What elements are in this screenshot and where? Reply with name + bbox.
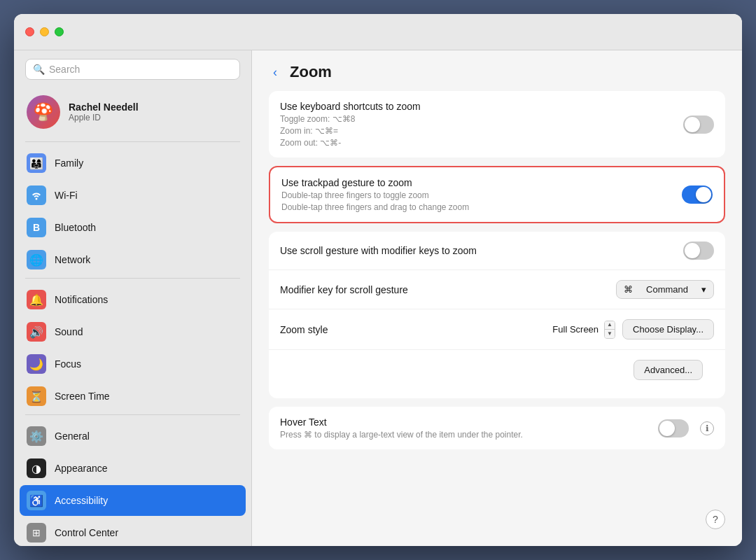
keyboard-shortcuts-label: Use keyboard shortcuts to zoom: [280, 101, 672, 112]
stepper-down-button[interactable]: ▼: [605, 330, 615, 338]
sidebar-item-wifi[interactable]: Wi-Fi: [20, 180, 246, 211]
sidebar-item-network[interactable]: 🌐 Network: [20, 244, 246, 275]
scroll-zoom-card: Use scroll gesture with modifier keys to…: [269, 232, 725, 398]
scroll-gesture-toggle[interactable]: [683, 241, 714, 260]
network-icon: 🌐: [27, 250, 46, 270]
modifier-key-info: Modifier key for scroll gesture: [280, 284, 605, 295]
zoom-style-stepper[interactable]: ▲ ▼: [604, 321, 615, 339]
trackpad-gesture-control: [682, 186, 713, 204]
sound-icon: 🔊: [27, 322, 46, 342]
general-icon: ⚙️: [27, 426, 46, 446]
zoom-style-label: Zoom style: [280, 324, 552, 335]
user-profile-item[interactable]: 🍄 Rachel Needell Apple ID: [20, 88, 246, 139]
main-panel: ‹ Zoom Use keyboard shortcuts to zoom To…: [252, 50, 742, 546]
back-button[interactable]: ‹: [269, 64, 281, 81]
sidebar-label-network: Network: [55, 254, 90, 265]
keyboard-shortcuts-control: [683, 115, 714, 134]
choose-display-button[interactable]: Choose Display...: [622, 319, 714, 340]
sidebar: 🔍 🍄 Rachel Needell Apple ID: [14, 50, 252, 546]
keyboard-shortcuts-sub1: Toggle zoom: ⌥⌘8: [280, 114, 672, 124]
keyboard-shortcuts-toggle[interactable]: [683, 115, 714, 134]
modifier-key-dropdown-icon: ⌘: [624, 284, 633, 295]
sidebar-label-bluetooth: Bluetooth: [55, 222, 96, 233]
user-name: Rachel Needell: [69, 102, 139, 113]
hover-text-row: Hover Text Press ⌘ to display a large-te…: [269, 407, 725, 449]
modifier-key-dropdown[interactable]: ⌘ Command ▾: [616, 280, 714, 299]
sidebar-item-focus[interactable]: 🌙 Focus: [20, 349, 246, 379]
scroll-gesture-info: Use scroll gesture with modifier keys to…: [280, 245, 672, 256]
trackpad-gesture-sub2: Double-tap three fingers and drag to cha…: [281, 202, 671, 212]
sidebar-item-accessibility[interactable]: ♿ Accessibility: [20, 485, 246, 516]
trackpad-gesture-toggle[interactable]: [682, 186, 713, 204]
sidebar-separator-3: [25, 414, 240, 415]
scroll-gesture-label: Use scroll gesture with modifier keys to…: [280, 245, 672, 256]
trackpad-gesture-sub1: Double-tap three fingers to toggle zoom: [281, 190, 671, 200]
appearance-icon: ◑: [27, 458, 46, 478]
maximize-button[interactable]: [55, 27, 64, 36]
panel-title: Zoom: [290, 63, 332, 81]
hover-text-toggle-knob: [659, 421, 675, 436]
user-subtitle: Apple ID: [69, 113, 139, 122]
sidebar-item-controlcenter[interactable]: ⊞ Control Center: [20, 517, 246, 546]
sidebar-label-sound: Sound: [55, 326, 83, 337]
accessibility-icon: ♿: [27, 491, 46, 510]
hover-text-card: Hover Text Press ⌘ to display a large-te…: [269, 407, 725, 449]
sidebar-item-family[interactable]: 👨‍👩‍👧 Family: [20, 148, 246, 178]
sidebar-label-controlcenter: Control Center: [55, 527, 118, 538]
sidebar-label-appearance: Appearance: [55, 463, 108, 474]
keyboard-shortcuts-card: Use keyboard shortcuts to zoom Toggle zo…: [269, 91, 725, 158]
sidebar-label-family: Family: [55, 158, 83, 169]
sidebar-item-appearance[interactable]: ◑ Appearance: [20, 453, 246, 484]
search-icon: 🔍: [33, 64, 45, 75]
sidebar-item-bluetooth[interactable]: B Bluetooth: [20, 212, 246, 243]
trackpad-gesture-info: Use trackpad gesture to zoom Double-tap …: [281, 177, 671, 212]
hover-text-control: ℹ: [658, 419, 714, 438]
keyboard-shortcuts-info: Use keyboard shortcuts to zoom Toggle zo…: [280, 101, 672, 148]
sidebar-item-screentime[interactable]: ⏳ Screen Time: [20, 381, 246, 412]
sidebar-item-sound[interactable]: 🔊 Sound: [20, 316, 246, 347]
modifier-key-dropdown-label: Command: [646, 284, 688, 295]
hover-text-info-icon[interactable]: ℹ: [700, 421, 714, 435]
main-panel-wrapper: ‹ Zoom Use keyboard shortcuts to zoom To…: [252, 50, 742, 546]
keyboard-shortcuts-row: Use keyboard shortcuts to zoom Toggle zo…: [269, 91, 725, 158]
full-screen-label: Full Screen ▲ ▼: [552, 321, 615, 339]
modifier-key-control: ⌘ Command ▾: [616, 280, 714, 299]
screentime-icon: ⏳: [27, 386, 46, 406]
modifier-key-label: Modifier key for scroll gesture: [280, 284, 605, 295]
avatar: 🍄: [27, 95, 60, 129]
sidebar-label-screentime: Screen Time: [55, 391, 110, 402]
advanced-button[interactable]: Advanced...: [634, 360, 703, 380]
sidebar-item-general[interactable]: ⚙️ General: [20, 421, 246, 451]
keyboard-shortcuts-sub3: Zoom out: ⌥⌘-: [280, 138, 672, 148]
hover-text-sublabel: Press ⌘ to display a large-text view of …: [280, 430, 647, 440]
full-screen-text: Full Screen: [552, 324, 598, 335]
keyboard-shortcuts-toggle-knob: [685, 117, 700, 132]
focus-icon: 🌙: [27, 354, 46, 374]
main-window: 🔍 🍄 Rachel Needell Apple ID: [14, 14, 742, 546]
trackpad-gesture-toggle-knob: [696, 187, 711, 202]
wifi-icon: [27, 186, 46, 205]
sidebar-label-notifications: Notifications: [55, 294, 108, 305]
search-bar: 🔍: [25, 59, 240, 80]
chevron-down-icon: ▾: [701, 284, 706, 295]
hover-text-toggle[interactable]: [658, 419, 689, 438]
panel-header: ‹ Zoom: [252, 50, 742, 91]
search-container: 🔍: [14, 50, 251, 88]
sidebar-label-accessibility: Accessibility: [55, 495, 108, 506]
stepper-up-button[interactable]: ▲: [605, 321, 615, 330]
close-button[interactable]: [25, 27, 34, 36]
notifications-icon: 🔔: [27, 290, 46, 309]
search-input[interactable]: [49, 64, 232, 75]
zoom-style-row: Zoom style Full Screen ▲ ▼ Choose Displ: [269, 309, 725, 350]
trackpad-gesture-label: Use trackpad gesture to zoom: [281, 177, 671, 188]
sidebar-item-notifications[interactable]: 🔔 Notifications: [20, 284, 246, 315]
modifier-key-row: Modifier key for scroll gesture ⌘ Comman…: [269, 270, 725, 309]
scroll-gesture-toggle-knob: [685, 243, 700, 258]
sidebar-separator: [25, 141, 240, 142]
minimize-button[interactable]: [40, 27, 49, 36]
scroll-gesture-control: [683, 241, 714, 260]
sidebar-scroll: 🍄 Rachel Needell Apple ID 👨‍👩‍👧 Family: [14, 88, 251, 546]
sidebar-separator-2: [25, 278, 240, 279]
hover-text-info: Hover Text Press ⌘ to display a large-te…: [280, 416, 647, 440]
help-button[interactable]: ?: [706, 510, 725, 529]
